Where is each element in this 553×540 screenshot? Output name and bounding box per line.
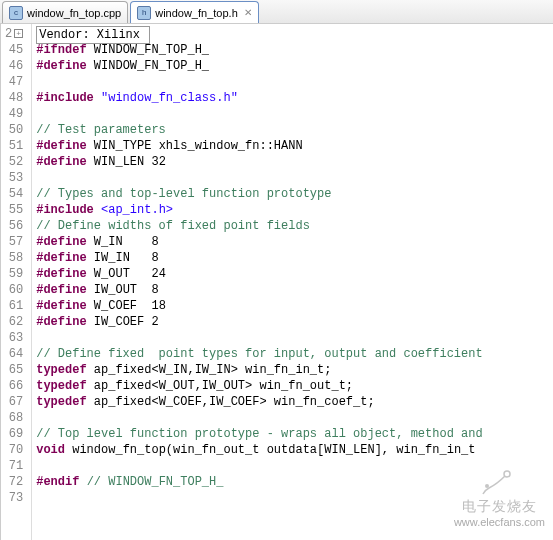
- line-number: 49: [5, 106, 23, 122]
- code-token: IW_OUT 8: [87, 283, 159, 297]
- code-line[interactable]: [36, 490, 490, 506]
- tab-label: window_fn_top.cpp: [27, 7, 121, 19]
- code-line[interactable]: #define WINDOW_FN_TOP_H_: [36, 58, 490, 74]
- code-token: #include: [36, 203, 101, 217]
- code-token: #endif: [36, 475, 79, 489]
- code-line[interactable]: [36, 74, 490, 90]
- line-number: 59: [5, 266, 23, 282]
- code-line[interactable]: #define W_IN 8: [36, 234, 490, 250]
- code-token: window_fn_top(win_fn_out_t outdata[WIN_L…: [65, 443, 483, 457]
- code-token: IW_IN 8: [87, 251, 159, 265]
- code-token: // Define fixed point types for input, o…: [36, 347, 482, 361]
- line-number: 63: [5, 330, 23, 346]
- line-number: 55: [5, 202, 23, 218]
- code-line[interactable]: [36, 106, 490, 122]
- code-line[interactable]: typedef ap_fixed<W_IN,IW_IN> win_fn_in_t…: [36, 362, 490, 378]
- line-number: 68: [5, 410, 23, 426]
- code-line[interactable]: #include "window_fn_class.h": [36, 90, 490, 106]
- code-line[interactable]: Vendor: Xilinx: [36, 26, 490, 42]
- code-editor[interactable]: 2+45464748495051525354555657585960616263…: [0, 24, 553, 540]
- code-token: <ap_int.h>: [101, 203, 173, 217]
- code-token: // Types and top-level function prototyp…: [36, 187, 331, 201]
- line-number: 47: [5, 74, 23, 90]
- code-line[interactable]: typedef ap_fixed<W_COEF,IW_COEF> win_fn_…: [36, 394, 490, 410]
- code-line[interactable]: #include <ap_int.h>: [36, 202, 490, 218]
- code-line[interactable]: [36, 410, 490, 426]
- code-line[interactable]: #endif // WINDOW_FN_TOP_H_: [36, 474, 490, 490]
- line-number: 69: [5, 426, 23, 442]
- code-line[interactable]: [36, 458, 490, 474]
- code-token: // WINDOW_FN_TOP_H_: [87, 475, 224, 489]
- code-token: // Top level function prototype - wraps …: [36, 427, 490, 441]
- code-line[interactable]: typedef ap_fixed<W_OUT,IW_OUT> win_fn_ou…: [36, 378, 490, 394]
- code-token: #define: [36, 139, 86, 153]
- code-token: WIN_TYPE xhls_window_fn::HANN: [87, 139, 303, 153]
- code-token: void: [36, 443, 65, 457]
- code-token: #define: [36, 235, 86, 249]
- code-line[interactable]: #ifndef WINDOW_FN_TOP_H_: [36, 42, 490, 58]
- code-line[interactable]: // Test parameters: [36, 122, 490, 138]
- code-token: WINDOW_FN_TOP_H_: [87, 59, 209, 73]
- tab-bar: c window_fn_top.cpp h window_fn_top.h ✕: [0, 0, 553, 24]
- line-number: 72: [5, 474, 23, 490]
- code-line[interactable]: #define W_OUT 24: [36, 266, 490, 282]
- line-number: 54: [5, 186, 23, 202]
- code-token: ap_fixed<W_IN,IW_IN> win_fn_in_t;: [87, 363, 332, 377]
- line-number: 53: [5, 170, 23, 186]
- code-token: W_OUT 24: [87, 267, 166, 281]
- code-token: #include: [36, 91, 101, 105]
- line-number: 45: [5, 42, 23, 58]
- code-line[interactable]: [36, 170, 490, 186]
- line-number: 50: [5, 122, 23, 138]
- code-area[interactable]: Vendor: Xilinx #ifndef WINDOW_FN_TOP_H_#…: [32, 24, 494, 540]
- line-number: 46: [5, 58, 23, 74]
- tab-label: window_fn_top.h: [155, 7, 238, 19]
- code-line[interactable]: // Types and top-level function prototyp…: [36, 186, 490, 202]
- code-line[interactable]: #define IW_IN 8: [36, 250, 490, 266]
- code-line[interactable]: #define W_COEF 18: [36, 298, 490, 314]
- code-line[interactable]: #define IW_OUT 8: [36, 282, 490, 298]
- line-number: 2+: [5, 26, 23, 42]
- line-number: 71: [5, 458, 23, 474]
- code-token: WINDOW_FN_TOP_H_: [87, 43, 209, 57]
- h-file-icon: h: [137, 6, 151, 20]
- code-token: #define: [36, 251, 86, 265]
- cpp-file-icon: c: [9, 6, 23, 20]
- code-token: #define: [36, 283, 86, 297]
- code-line[interactable]: [36, 330, 490, 346]
- code-token: IW_COEF 2: [87, 315, 159, 329]
- line-number: 70: [5, 442, 23, 458]
- code-token: typedef: [36, 395, 86, 409]
- code-token: W_IN 8: [87, 235, 159, 249]
- code-token: WIN_LEN 32: [87, 155, 166, 169]
- close-icon[interactable]: ✕: [244, 7, 252, 18]
- code-token: // Test parameters: [36, 123, 166, 137]
- line-number: 64: [5, 346, 23, 362]
- code-token: ap_fixed<W_COEF,IW_COEF> win_fn_coef_t;: [87, 395, 375, 409]
- line-number: 52: [5, 154, 23, 170]
- line-number: 58: [5, 250, 23, 266]
- fold-expand-icon[interactable]: +: [14, 29, 23, 38]
- code-line[interactable]: #define IW_COEF 2: [36, 314, 490, 330]
- code-token: #define: [36, 315, 86, 329]
- code-line[interactable]: // Top level function prototype - wraps …: [36, 426, 490, 442]
- line-number: 57: [5, 234, 23, 250]
- tab-cpp[interactable]: c window_fn_top.cpp: [2, 1, 128, 23]
- line-number: 56: [5, 218, 23, 234]
- code-token: typedef: [36, 379, 86, 393]
- tab-h[interactable]: h window_fn_top.h ✕: [130, 1, 259, 23]
- code-token: // Define widths of fixed point fields: [36, 219, 310, 233]
- code-line[interactable]: #define WIN_LEN 32: [36, 154, 490, 170]
- line-number-gutter: 2+45464748495051525354555657585960616263…: [1, 24, 32, 540]
- line-number: 48: [5, 90, 23, 106]
- line-number: 62: [5, 314, 23, 330]
- code-line[interactable]: // Define fixed point types for input, o…: [36, 346, 490, 362]
- line-number: 73: [5, 490, 23, 506]
- code-line[interactable]: // Define widths of fixed point fields: [36, 218, 490, 234]
- code-token: #define: [36, 299, 86, 313]
- line-number: 66: [5, 378, 23, 394]
- code-line[interactable]: void window_fn_top(win_fn_out_t outdata[…: [36, 442, 490, 458]
- code-token: W_COEF 18: [87, 299, 166, 313]
- code-token: #define: [36, 155, 86, 169]
- code-line[interactable]: #define WIN_TYPE xhls_window_fn::HANN: [36, 138, 490, 154]
